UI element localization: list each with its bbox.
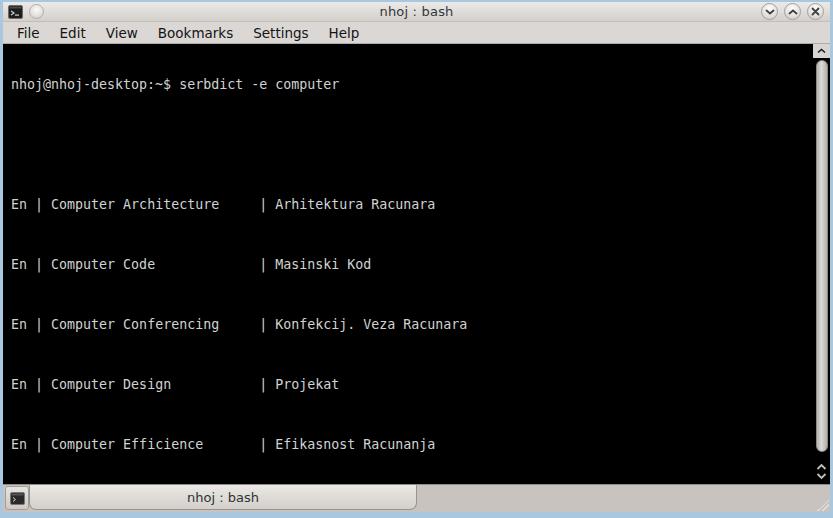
- menu-edit[interactable]: Edit: [50, 23, 96, 43]
- scroll-up-button[interactable]: [813, 44, 830, 58]
- menu-settings[interactable]: Settings: [243, 23, 318, 43]
- column-separator: |: [35, 437, 43, 452]
- tabbar: nhoj : bash: [3, 484, 830, 512]
- tab-nhoj-bash[interactable]: nhoj : bash: [29, 485, 417, 510]
- tab-label: nhoj : bash: [187, 490, 259, 505]
- column-separator: |: [35, 197, 43, 212]
- column-separator: |: [35, 257, 43, 272]
- dict-row: En | Computer Code | Masinski Kod: [11, 257, 813, 272]
- dict-row: En | Computer Conferencing | Konfekcij. …: [11, 317, 813, 332]
- menu-help[interactable]: Help: [319, 23, 370, 43]
- dict-row: En | Computer Design | Projekat: [11, 377, 813, 392]
- dictionary-output: En | Computer Architecture | Arhitektura…: [11, 167, 813, 484]
- menu-file[interactable]: File: [7, 23, 50, 43]
- menu-bookmarks[interactable]: Bookmarks: [148, 23, 243, 43]
- scroll-down-button[interactable]: [816, 472, 827, 480]
- scrollbar-thumb[interactable]: [816, 60, 828, 452]
- terminal-view[interactable]: nhoj@nhoj-desktop:~$ serbdict -e compute…: [3, 44, 830, 484]
- column-separator: |: [35, 317, 43, 332]
- column-separator: |: [35, 377, 43, 392]
- window-title: nhoj : bash: [3, 4, 830, 19]
- menubar: File Edit View Bookmarks Settings Help: [3, 22, 830, 44]
- scrollbar[interactable]: [813, 44, 830, 484]
- typed-command: serbdict -e computer: [179, 77, 339, 92]
- shell-prompt: nhoj@nhoj-desktop:~$: [11, 77, 171, 92]
- konsole-window: nhoj : bash File Edit View Bookmarks Set…: [0, 0, 833, 518]
- dict-row: En | Computer Efficience | Efikasnost Ra…: [11, 437, 813, 452]
- dict-row: En | Computer Architecture | Arhitektura…: [11, 197, 813, 212]
- menu-view[interactable]: View: [96, 23, 148, 43]
- resize-grip[interactable]: [817, 499, 829, 511]
- command-line: nhoj@nhoj-desktop:~$ serbdict -e compute…: [11, 77, 813, 92]
- chevron-up-icon: [817, 48, 826, 54]
- new-tab-button[interactable]: [5, 486, 29, 510]
- terminal-icon: [10, 492, 25, 505]
- terminal-text: nhoj@nhoj-desktop:~$ serbdict -e compute…: [3, 44, 813, 484]
- scroll-up-button-2[interactable]: [816, 463, 827, 471]
- titlebar[interactable]: nhoj : bash: [3, 2, 830, 22]
